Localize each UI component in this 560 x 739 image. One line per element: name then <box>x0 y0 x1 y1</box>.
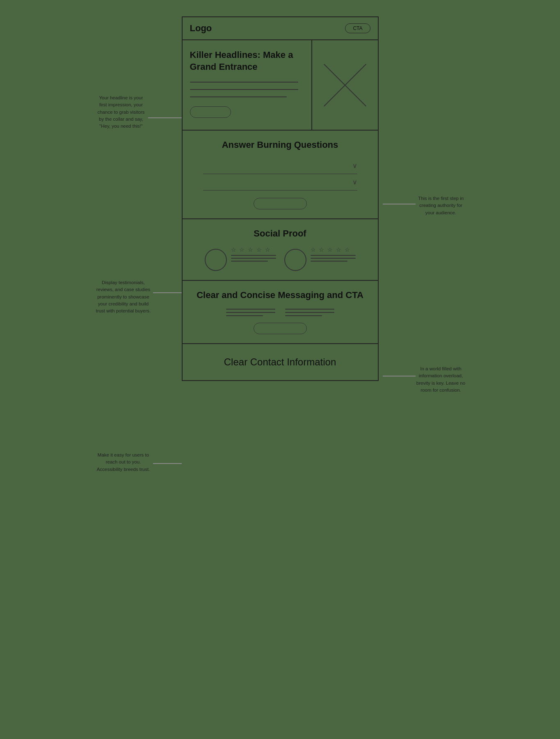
annotation-answer: This is the first step in creating autho… <box>416 195 466 216</box>
navbar: Logo CTA <box>183 17 378 40</box>
stars-2: ☆ ☆ ☆ ☆ ☆ <box>311 246 356 253</box>
wireframe-container: Logo CTA Killer Headlines: Make a Grand … <box>182 16 379 381</box>
cta-col2-line1 <box>285 309 334 310</box>
navbar-cta-button[interactable]: CTA <box>345 23 370 33</box>
stars-1: ☆ ☆ ☆ ☆ ☆ <box>231 246 276 253</box>
avatar-1 <box>205 249 227 271</box>
cta-columns <box>195 309 366 316</box>
annotation-social: Display testimonials, reviews, and case … <box>95 279 152 314</box>
ann-line-answer <box>383 204 416 204</box>
t-line-2-1 <box>311 255 356 256</box>
ann-line-social <box>153 292 182 293</box>
cta-col1-line1 <box>226 309 275 310</box>
cta-col2-line3 <box>285 315 322 316</box>
faq-item-2[interactable]: ∨ <box>203 174 357 190</box>
avatar-2 <box>284 249 306 271</box>
faq-section: Answer Burning Questions ∨ ∨ <box>183 131 378 219</box>
t-line-1-2 <box>231 258 276 259</box>
hero-section: Killer Headlines: Make a Grand Entrance <box>183 40 378 131</box>
t-line-1-3 <box>231 261 268 262</box>
annotation-headline: Your headline is your first impression, … <box>96 94 147 130</box>
cta-button[interactable] <box>254 323 307 334</box>
t-line-2-3 <box>311 261 347 262</box>
testimonial-2-content: ☆ ☆ ☆ ☆ ☆ <box>311 246 356 262</box>
faq-title: Answer Burning Questions <box>195 140 366 150</box>
cta-col1-line2 <box>226 312 275 313</box>
hero-title: Killer Headlines: Make a Grand Entrance <box>190 49 304 73</box>
cta-title: Clear and Concise Messaging and CTA <box>195 290 366 301</box>
faq-line-2 <box>203 182 348 183</box>
ann-line-contact <box>153 463 182 464</box>
chevron-down-icon-1: ∨ <box>352 162 357 170</box>
hero-text-line-3 <box>190 96 287 97</box>
navbar-logo: Logo <box>190 23 212 34</box>
annotation-cta: In a world filled with information overl… <box>416 365 466 394</box>
social-proof-title: Social Proof <box>190 228 370 239</box>
annotation-contact: Make it easy for users to reach out to y… <box>95 452 152 473</box>
testimonial-2: ☆ ☆ ☆ ☆ ☆ <box>284 246 356 271</box>
social-proof-section: Social Proof ☆ ☆ ☆ ☆ ☆ ☆ ☆ ☆ ☆ <box>183 219 378 281</box>
cta-col-2 <box>285 309 334 316</box>
hero-text-line-1 <box>190 82 298 83</box>
cta-section: Clear and Concise Messaging and CTA <box>183 281 378 344</box>
hero-cta-button[interactable] <box>190 106 231 118</box>
t-line-1-1 <box>231 255 276 256</box>
hero-image-placeholder <box>312 40 378 130</box>
contact-title: Clear Contact Information <box>190 356 370 368</box>
testimonial-1: ☆ ☆ ☆ ☆ ☆ <box>205 246 276 271</box>
hero-left: Killer Headlines: Make a Grand Entrance <box>183 40 312 130</box>
testimonials-row: ☆ ☆ ☆ ☆ ☆ ☆ ☆ ☆ ☆ ☆ <box>190 246 370 271</box>
chevron-down-icon-2: ∨ <box>352 178 357 186</box>
t-line-2-2 <box>311 258 356 259</box>
cta-col1-line3 <box>226 315 263 316</box>
page-wrapper: Your headline is your first impression, … <box>87 16 473 381</box>
cta-col2-line2 <box>285 312 334 313</box>
hero-text-line-2 <box>190 89 298 90</box>
faq-line-1 <box>203 165 348 166</box>
hero-image-x <box>320 60 370 110</box>
contact-section: Clear Contact Information <box>183 344 378 380</box>
ann-line-cta <box>383 376 416 376</box>
faq-cta-button[interactable] <box>254 198 307 209</box>
ann-line-headline <box>148 117 182 118</box>
cta-col-1 <box>226 309 275 316</box>
faq-item-1[interactable]: ∨ <box>203 158 357 174</box>
testimonial-1-content: ☆ ☆ ☆ ☆ ☆ <box>231 246 276 262</box>
